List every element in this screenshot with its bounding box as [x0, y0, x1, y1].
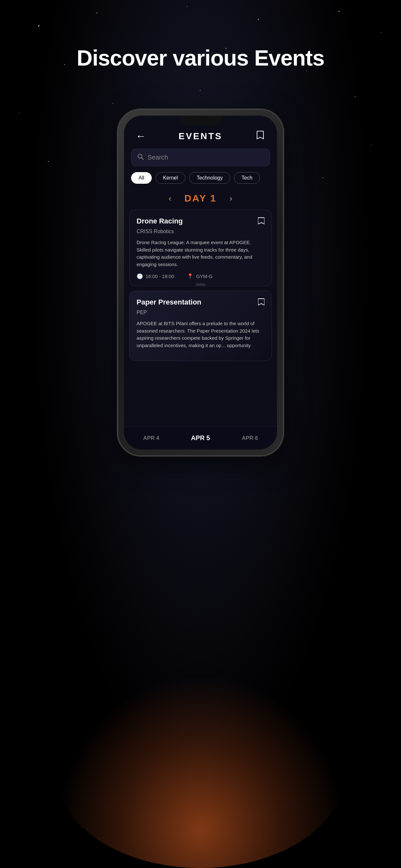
filter-tag-kernel[interactable]: Kernel [156, 172, 185, 184]
next-day-button[interactable]: › [229, 193, 233, 204]
search-bar[interactable]: Search [131, 149, 270, 166]
event-bookmark-button[interactable] [258, 217, 265, 227]
filter-tags: All Kernel Technology Tech [124, 172, 277, 184]
filter-tag-all[interactable]: All [131, 172, 152, 184]
event-card-paper-presentation[interactable]: Paper Presentation PEP APOGEE at BITS Pi… [129, 290, 272, 361]
day-selector: ‹ DAY 1 › [124, 190, 277, 210]
phone-frame: ← EVENTS Search All Kernel Technology [118, 110, 283, 455]
date-tab-apr4[interactable]: APR 4 [136, 432, 166, 444]
event-organizer-2: PEP [136, 310, 265, 315]
event-bookmark-button-2[interactable] [258, 298, 265, 308]
search-icon [137, 153, 144, 161]
event-card-header-2: Paper Presentation [136, 298, 265, 308]
events-list: Drone Racing CRISS Robotics Drone Racing… [124, 210, 277, 450]
filter-tag-technology[interactable]: Technology [189, 172, 230, 184]
event-card-header: Drone Racing [136, 217, 265, 227]
event-organizer: CRISS Robotics [136, 228, 265, 235]
back-button[interactable]: ← [134, 130, 148, 142]
event-description: Drone Racing League: A marquee event at … [136, 239, 265, 268]
event-title-2: Paper Presentation [136, 298, 202, 306]
event-description-2: APOGEE at BITS Pilani offers a prelude t… [136, 320, 265, 349]
clock-icon: 🕐 [136, 273, 143, 279]
bottom-date-tabs: APR 4 APR 5 APR 6 [124, 426, 277, 450]
search-input[interactable]: Search [148, 154, 168, 161]
event-venue-label: GYM-G [196, 274, 212, 279]
filter-tag-tech[interactable]: Tech [234, 172, 260, 184]
event-meta: 🕐 16:00 - 18:00 📍 GYM-G [136, 273, 265, 279]
date-tab-apr5[interactable]: APR 5 [185, 432, 217, 444]
page-title: Discover various Events [0, 45, 401, 70]
phone-notch [180, 116, 221, 125]
header-bookmark-button[interactable] [253, 130, 267, 142]
card-corner-decoration [196, 283, 205, 286]
event-title: Drone Racing [136, 217, 183, 225]
current-day-label: DAY 1 [184, 193, 217, 204]
event-venue: 📍 GYM-G [187, 273, 212, 279]
prev-day-button[interactable]: ‹ [168, 193, 172, 204]
planet-glow [55, 674, 346, 868]
event-time: 🕐 16:00 - 18:00 [136, 273, 174, 279]
header-title: EVENTS [179, 131, 222, 142]
location-icon: 📍 [187, 273, 193, 279]
date-tab-apr6[interactable]: APR 6 [235, 432, 265, 444]
svg-line-21 [142, 158, 143, 159]
event-time-label: 16:00 - 18:00 [146, 274, 174, 279]
event-card-drone-racing[interactable]: Drone Racing CRISS Robotics Drone Racing… [129, 210, 272, 286]
phone-screen: ← EVENTS Search All Kernel Technology [124, 116, 277, 450]
